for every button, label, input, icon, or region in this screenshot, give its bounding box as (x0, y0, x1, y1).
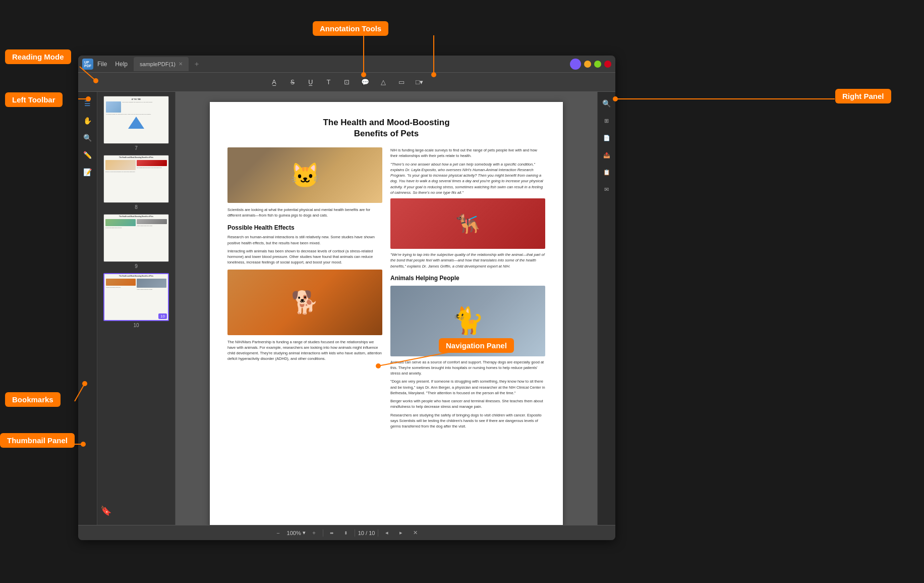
thumbnail-page-8[interactable]: The Health and Mood-Boosting Benefits of… (100, 155, 172, 210)
title-bar: UPPDF File Help samplePDF(1) ✕ ＋ (78, 56, 615, 73)
prev-page-button[interactable]: ◂ (381, 527, 392, 539)
menu-file[interactable]: File (97, 61, 107, 68)
shape-button[interactable]: △ (376, 75, 390, 89)
minimize-button[interactable] (584, 61, 591, 68)
pdf-title: The Health and Mood-BoostingBenefits of … (227, 117, 545, 139)
export-button[interactable]: 📤 (599, 147, 614, 163)
thumbnail-image-8: The Health and Mood-Boosting Benefits of… (103, 155, 169, 203)
right-sidebar: 🔍 ⊞ 📄 📤 📋 ✉ (597, 92, 615, 525)
esposito-quote: "There's no one answer about how a pet c… (390, 162, 545, 196)
current-page: 10 (358, 530, 364, 536)
nav-separator-2 (355, 529, 355, 537)
hand-tool-button[interactable]: ✋ (80, 113, 95, 128)
nav-separator-3 (378, 529, 378, 537)
dogs-image: 🐕 (227, 270, 382, 335)
callout-left-toolbar: Left Toolbar (5, 92, 63, 107)
search-right-button[interactable]: 🔍 (599, 96, 614, 111)
animals-helping-text1: Animals can serve as a source of comfort… (390, 359, 545, 377)
clipboard-button[interactable]: 📋 (599, 165, 614, 180)
comment-button[interactable]: 💬 (358, 75, 372, 89)
health-effects-text2: Interacting with animals has been shown … (227, 248, 382, 266)
animals-helping-text4: Researchers are studying the safety of b… (390, 412, 545, 430)
zoom-in-button[interactable]: ＋ (309, 527, 320, 539)
fit-width-button[interactable]: ⬌ (326, 527, 337, 539)
callout-reading-mode: Reading Mode (5, 49, 71, 64)
thumbnail-image-9: The Health and Mood-Boosting Benefits of… (103, 214, 169, 262)
tab-close-button[interactable]: ✕ (179, 61, 183, 67)
thumbnail-panel: AT THE TIME Some research suggests that … (97, 92, 176, 525)
window-controls (570, 59, 611, 70)
thumbnail-image-7: AT THE TIME Some research suggests that … (103, 96, 169, 144)
callout-navigation-panel: Navigation Panel (439, 338, 514, 353)
thumbnail-page-10[interactable]: The Health and Mood-Boosting Benefits of… (100, 273, 172, 328)
intro-text: Scientists are looking at what the poten… (227, 207, 382, 219)
thumbnail-image-10: The Health and Mood-Boosting Benefits of… (103, 273, 169, 321)
document-viewer[interactable]: The Health and Mood-BoostingBenefits of … (176, 92, 597, 525)
page-view-button[interactable]: 📄 (599, 130, 614, 145)
pdf-right-col: NIH is funding large-scale surveys to fi… (390, 147, 545, 432)
text-box-button[interactable]: ⊡ (340, 75, 354, 89)
thumbnail-page-7[interactable]: AT THE TIME Some research suggests that … (100, 96, 172, 151)
fit-height-button[interactable]: ⬍ (340, 527, 352, 539)
pdf-tab[interactable]: samplePDF(1) ✕ (134, 57, 189, 71)
section-heading-animals-helping: Animals Helping People (390, 274, 545, 283)
pdf-page: The Health and Mood-BoostingBenefits of … (210, 102, 563, 525)
fit-page-button[interactable]: ⊞ (599, 113, 614, 128)
thumbnail-label-7: 7 (135, 145, 138, 151)
griffin-quote: "We're trying to tap into the subjective… (390, 252, 545, 269)
pdf-columns: Scientists are looking at what the poten… (227, 147, 545, 432)
app-window: UPPDF File Help samplePDF(1) ✕ ＋ A̲ S̶ U… (78, 56, 615, 540)
total-pages: 10 (369, 530, 375, 536)
zoom-tool-button[interactable]: 🔍 (80, 130, 95, 145)
close-view-button[interactable]: ✕ (410, 527, 421, 539)
dressed-dogs-image: 🐕‍🦺 (390, 198, 545, 249)
strikethrough-button[interactable]: S̶ (285, 75, 300, 89)
thumbnail-label-8: 8 (135, 204, 138, 210)
animals-helping-text3: Berger works with people who have cancer… (390, 398, 545, 410)
thumbnail-page-9[interactable]: The Health and Mood-Boosting Benefits of… (100, 214, 172, 269)
nih-survey-text: NIH is funding large-scale surveys to fi… (390, 147, 545, 159)
annotation-toolbar: A̲ S̶ U̲ T ⊡ 💬 △ ▭ □▾ (78, 73, 615, 92)
callout-annotation-tools: Annotation Tools (313, 21, 388, 36)
email-button[interactable]: ✉ (599, 182, 614, 197)
app-logo: UPPDF (82, 59, 93, 70)
navigation-bar: − 100% ▾ ＋ ⬌ ⬍ 10 / 10 ◂ ▸ ✕ (78, 525, 615, 540)
callout-right-panel: Right Panel (835, 89, 891, 103)
avatar (570, 59, 581, 70)
left-toolbar: ☰ ✋ 🔍 ✏️ 📝 (78, 92, 97, 525)
page-indicator: 10 / 10 (358, 530, 375, 536)
menu-bar: File Help (97, 61, 128, 68)
thumbnail-label-9: 9 (135, 263, 138, 269)
next-page-button[interactable]: ▸ (395, 527, 407, 539)
nav-separator-1 (323, 529, 323, 537)
health-effects-text3: The NIH/Mars Partnership is funding a ra… (227, 339, 382, 362)
underline-button[interactable]: U̲ (304, 75, 318, 89)
health-effects-text1: Research on human-animal interactions is… (227, 234, 382, 246)
bookmark-icon-left[interactable]: 🔖 (100, 504, 111, 518)
more-shapes-button[interactable]: □▾ (413, 75, 427, 89)
rectangle-button[interactable]: ▭ (394, 75, 409, 89)
annotation-tool-button[interactable]: ✏️ (80, 147, 95, 163)
main-area: ☰ ✋ 🔍 ✏️ 📝 AT THE TIME Some research sug… (78, 92, 615, 525)
highlight-text-button[interactable]: A̲ (267, 75, 281, 89)
tab-title: samplePDF(1) (140, 61, 176, 67)
zoom-out-button[interactable]: − (273, 527, 284, 539)
thumbnail-label-10: 10 (133, 323, 139, 328)
tab-area: samplePDF(1) ✕ ＋ (134, 57, 570, 71)
close-button[interactable] (604, 61, 611, 68)
form-tool-button[interactable]: 📝 (80, 165, 95, 180)
callout-bookmarks: Bookmarks (5, 392, 61, 407)
text-button[interactable]: T (322, 75, 336, 89)
menu-help[interactable]: Help (115, 61, 128, 68)
animals-helping-text2: "Dogs are very present. If someone is st… (390, 379, 545, 396)
active-page-badge: 10 (158, 313, 167, 319)
cat-image (227, 147, 382, 203)
zoom-dropdown-icon[interactable]: ▾ (303, 529, 306, 536)
section-heading-health-effects: Possible Health Effects (227, 224, 382, 232)
callout-thumbnail-panel: Thumbnail Panel (0, 433, 75, 448)
zoom-value: 100% (287, 530, 301, 536)
zoom-display: 100% ▾ (287, 529, 306, 536)
select-tool-button[interactable]: ☰ (80, 96, 95, 111)
maximize-button[interactable] (594, 61, 601, 68)
new-tab-button[interactable]: ＋ (191, 58, 203, 70)
